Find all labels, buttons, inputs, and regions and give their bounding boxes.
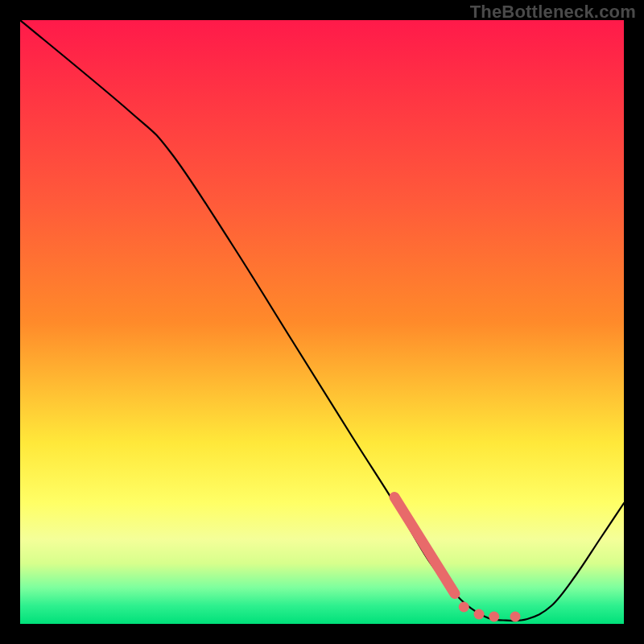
highlight-dot xyxy=(489,612,499,622)
highlight-dot xyxy=(510,612,521,622)
plot-area xyxy=(20,20,624,624)
highlight-dot xyxy=(474,609,485,620)
chart-frame: TheBottleneck.com xyxy=(0,0,644,644)
chart-svg xyxy=(20,20,624,624)
highlight-dot xyxy=(459,602,469,613)
gradient-background xyxy=(20,20,624,624)
